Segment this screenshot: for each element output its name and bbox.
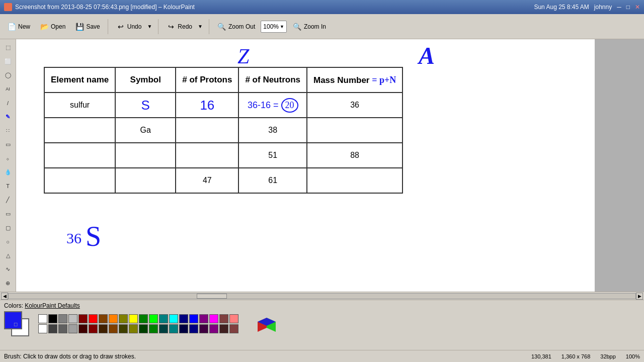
minimize-icon[interactable]: ─ (617, 4, 621, 11)
color-gray1[interactable] (58, 314, 67, 323)
zoom-level-control[interactable]: 100% ▼ (261, 21, 287, 33)
round-rect-tool[interactable]: ▢ (2, 221, 15, 234)
color-olive2[interactable] (129, 324, 138, 333)
select-ellipse-tool[interactable]: ◯ (2, 69, 15, 82)
rect-tool[interactable]: ▭ (2, 208, 15, 221)
color-darkcyan2[interactable] (159, 324, 168, 333)
zoom-out-icon: 🔍 (217, 22, 227, 32)
color-brown3[interactable] (109, 324, 118, 333)
color-darkrose[interactable] (219, 324, 228, 333)
palette-row-2 (38, 324, 238, 333)
redo-dropdown-icon[interactable]: ▼ (198, 24, 203, 29)
eraser-tool[interactable]: ▭ (2, 138, 15, 151)
color-forest[interactable] (139, 324, 148, 333)
color-darkgray1[interactable] (48, 324, 57, 333)
color-green[interactable] (149, 314, 158, 323)
curve-tool[interactable]: ∿ (2, 263, 15, 276)
select-free-tool[interactable]: ⬜ (2, 55, 15, 68)
color-rose[interactable] (219, 314, 228, 323)
color-darkred[interactable] (78, 314, 88, 323)
bit-depth: 32bpp (600, 353, 616, 359)
zoom-in-label: Zoom In (304, 23, 326, 30)
color-white2[interactable] (38, 324, 47, 333)
cell-neutrons-1: 36-16 = 20 (238, 93, 307, 118)
color-white[interactable] (38, 314, 47, 323)
select-rect-tool[interactable]: ⬚ (2, 41, 15, 54)
color-teal2[interactable] (169, 324, 178, 333)
color-rose2[interactable] (229, 324, 238, 333)
color-darknavy[interactable] (179, 324, 188, 333)
text-tool[interactable]: T (2, 180, 15, 193)
polygon-tool[interactable]: △ (2, 249, 15, 262)
color-picker-tool[interactable]: 💧 (2, 166, 15, 179)
fill-tool[interactable]: ⬦ (2, 152, 15, 165)
color-purple2[interactable] (209, 324, 218, 333)
airbrush-tool[interactable]: ∷ (2, 124, 15, 137)
redo-button[interactable]: ↪ Redo (163, 20, 196, 34)
line-tool[interactable]: ╱ (2, 194, 15, 207)
close-icon[interactable]: ✕ (635, 4, 640, 11)
color-darkest-red[interactable] (78, 324, 88, 333)
scrollbar-thumb[interactable] (197, 294, 227, 299)
zoom-level-arrow[interactable]: ▼ (280, 24, 284, 29)
color-pink[interactable] (229, 314, 238, 323)
color-purple[interactable] (199, 314, 208, 323)
canvas[interactable]: Z A Element name Symbol # of Protons # o… (16, 39, 595, 292)
palette-area: ◻ (4, 311, 640, 336)
open-button[interactable]: 📂 Open (36, 20, 69, 34)
color-medgray[interactable] (58, 324, 67, 333)
save-button[interactable]: 💾 Save (71, 20, 103, 34)
undo-button[interactable]: ↩ Undo (112, 20, 145, 34)
color-silver[interactable] (68, 314, 77, 323)
coordinates: 130,381 (531, 353, 551, 359)
cell-protons-2 (176, 118, 238, 143)
color-teal[interactable] (159, 314, 168, 323)
brush-tool[interactable]: ✎ (2, 111, 15, 124)
color-blue[interactable] (189, 314, 198, 323)
undo-dropdown-icon[interactable]: ▼ (147, 24, 152, 29)
open-icon: 📂 (39, 22, 49, 32)
color-yellow[interactable] (129, 314, 138, 323)
ellipse-tool[interactable]: ○ (2, 235, 15, 248)
color-navy2[interactable] (189, 324, 198, 333)
toolbar: 📄 New 📂 Open 💾 Save ↩ Undo ▼ ↪ Redo ▼ 🔍 … (0, 14, 644, 39)
sulfur-notation: 36S (66, 220, 101, 252)
zoom-in-button[interactable]: 🔍 Zoom In (289, 20, 330, 34)
table-row: sulfur S 16 36-16 = 20 36 (44, 93, 403, 118)
color-brown2[interactable] (99, 324, 108, 333)
color-red[interactable] (89, 314, 98, 323)
app-icon (4, 3, 12, 11)
color-orange[interactable] (109, 314, 118, 323)
color-darkorange[interactable] (99, 314, 108, 323)
horizontal-scrollbar[interactable]: ◀ ▶ (0, 292, 644, 300)
zoom-status: 100% (626, 353, 640, 359)
color-olive[interactable] (119, 314, 128, 323)
scroll-left-arrow[interactable]: ◀ (1, 293, 8, 300)
color-darkolive2[interactable] (119, 324, 128, 333)
dimensions: 1,360 x 768 (561, 353, 591, 359)
color-cyan[interactable] (169, 314, 178, 323)
color-black[interactable] (48, 314, 57, 323)
cell-protons-1: 16 (176, 93, 238, 118)
color-darkgreen2[interactable] (149, 324, 158, 333)
color-darkpurple[interactable] (199, 324, 208, 333)
color-dark-red2[interactable] (89, 324, 98, 333)
color-lightgray[interactable] (68, 324, 77, 333)
color-darkgreen[interactable] (139, 314, 148, 323)
scroll-right-arrow[interactable]: ▶ (636, 293, 643, 300)
color-navy[interactable] (179, 314, 188, 323)
pencil-tool[interactable]: / (2, 97, 15, 110)
foreground-color-box[interactable] (4, 311, 22, 329)
color-magenta[interactable] (209, 314, 218, 323)
divider-3 (209, 19, 209, 34)
canvas-wrapper[interactable]: Z A Element name Symbol # of Protons # o… (16, 39, 644, 292)
cell-mass-2 (307, 118, 403, 143)
maximize-icon[interactable]: □ (626, 4, 630, 11)
zoom-out-label: Zoom Out (228, 23, 255, 30)
select-text-tool[interactable]: AI (2, 83, 15, 96)
zoom-canvas-tool[interactable]: ⊕ (2, 277, 15, 290)
scrollbar-track[interactable] (8, 293, 636, 299)
open-label: Open (51, 23, 65, 30)
zoom-out-button[interactable]: 🔍 Zoom Out (213, 20, 259, 34)
new-button[interactable]: 📄 New (3, 20, 34, 34)
